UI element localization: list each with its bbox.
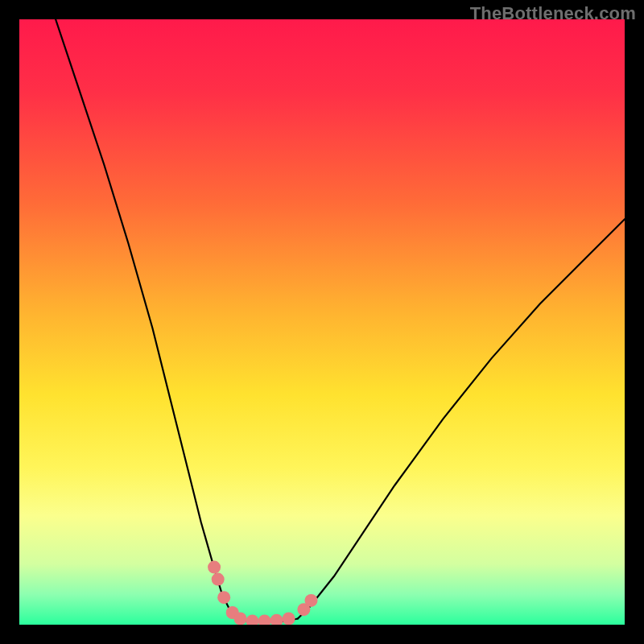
marker-dot — [208, 561, 221, 574]
marker-dot — [217, 591, 230, 604]
marker-dot — [305, 594, 318, 607]
plot-area — [19, 19, 625, 625]
marker-dot — [234, 613, 247, 625]
marker-dot — [283, 613, 295, 625]
chart-frame: TheBottleneck.com — [0, 0, 644, 644]
chart-svg — [19, 19, 625, 625]
marker-dot — [212, 573, 225, 586]
gradient-background — [19, 19, 625, 625]
